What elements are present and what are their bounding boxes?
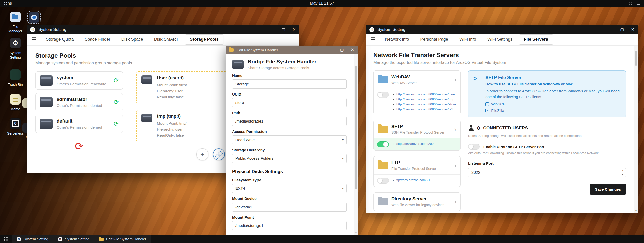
webdav-link[interactable]: http://dev.arozos.com:8080/webdav/ls1 [396, 107, 453, 111]
mount-name: tmp (tmp:/) [157, 114, 187, 119]
window-titlebar[interactable]: ⚙ System Setting – ▢ ✕ [27, 25, 299, 34]
taskbar-item-edit-fs-handler[interactable]: Edit File System Handler [94, 235, 151, 243]
tab-disk-space[interactable]: Disk Space [117, 35, 148, 44]
listening-port-input[interactable] [468, 168, 626, 177]
scroll-down-icon[interactable]: ▼ [634, 209, 638, 213]
scroll-up-icon[interactable]: ▲ [634, 46, 638, 50]
tab-wifi-info[interactable]: WiFi Info [455, 35, 481, 44]
ftp-link[interactable]: ftp://dev.arozos.com:21 [396, 178, 430, 182]
chevron-right-icon[interactable]: › [454, 77, 456, 83]
mount-point: Mount Point: tmp/ [157, 120, 187, 126]
scrollbar-thumb[interactable] [355, 66, 357, 189]
minimize-button[interactable]: – [611, 28, 613, 32]
taskbar-item-system-setting-1[interactable]: ⚙ System Setting [12, 235, 53, 243]
window-title: Edit File System Handler [237, 48, 278, 52]
tab-wifi-settings[interactable]: WiFi Settings [483, 35, 517, 44]
server-card-header[interactable]: FTP File Transfer Protocol Server › [374, 156, 460, 174]
scrollbar[interactable]: ▼ [354, 54, 358, 235]
tab-storage-pools[interactable]: Storage Pools [185, 34, 223, 45]
grid-icon [4, 237, 8, 241]
winscp-link[interactable]: ↗ WinSCP [485, 102, 621, 106]
maximize-button[interactable]: ▢ [340, 48, 344, 52]
storage-hierarchy-select[interactable]: Public Access Folders ▾ [232, 154, 347, 163]
filezilla-link[interactable]: ↗ FileZilla [485, 108, 621, 113]
app-launcher-button[interactable] [0, 235, 12, 243]
sftp-link[interactable]: sftp://dev.arozos.com:2022 [396, 142, 435, 146]
webdav-link[interactable]: http://dev.arozos.com:8080/webdav/store [396, 102, 456, 106]
upnp-toggle[interactable] [468, 144, 480, 150]
desktop-icon-arozos[interactable] [24, 12, 44, 23]
minimize-button[interactable]: – [272, 28, 275, 32]
name-input[interactable] [232, 79, 347, 89]
link-icon [214, 150, 223, 159]
bullet-icon: ▸ [393, 103, 394, 106]
divider [130, 71, 130, 160]
ftp-toggle[interactable] [377, 178, 389, 184]
minimize-button[interactable]: – [331, 48, 333, 52]
window-edit-fs-handler: Edit File System Handler – ▢ ✕ Bridge Fi… [226, 46, 358, 235]
pool-card-administrator[interactable]: administrator Other's Permission: denied… [35, 93, 123, 111]
sync-icon[interactable]: ⟳ [114, 99, 119, 106]
server-card-header[interactable]: WebDAV WebDAV Server › [374, 71, 460, 89]
tab-storage-quota[interactable]: Storage Quota [41, 35, 78, 44]
page-subtitle: Manage the exported file server interfac… [373, 60, 626, 65]
sync-icon[interactable]: ⟳ [114, 120, 119, 127]
stepper-up-icon[interactable]: ▲ [620, 168, 625, 173]
taskbar-item-system-setting-2[interactable]: ⚙ System Setting [53, 235, 94, 243]
maximize-button[interactable]: ▢ [281, 28, 285, 32]
menu-icon[interactable]: ☰ [32, 36, 36, 43]
save-changes-button[interactable]: Save Changes [590, 184, 626, 195]
filesystem-type-select[interactable]: EXT4 ▾ [232, 184, 347, 193]
sync-icon[interactable]: ⟳ [114, 77, 119, 84]
mount-point-input[interactable] [232, 221, 347, 230]
pool-card-system[interactable]: system Other's Permission: readwrite ⟳ [35, 71, 123, 90]
webdav-link[interactable]: http://dev.arozos.com:8080/webdav/user [396, 92, 455, 96]
maximize-button[interactable]: ▢ [620, 28, 624, 32]
tab-personal-page[interactable]: Personal Page [415, 35, 453, 44]
sftp-toggle[interactable] [377, 141, 389, 147]
server-card-header[interactable]: SFTP SSH File Transfer Protocol Server › [374, 120, 460, 138]
add-mount-button[interactable]: + [196, 148, 208, 160]
mount-device-input[interactable] [232, 202, 347, 212]
scrollbar-thumb[interactable] [635, 51, 637, 66]
close-button[interactable]: ✕ [293, 28, 296, 32]
section-heading: Physical Disks Settings [232, 169, 347, 174]
close-button[interactable]: ✕ [631, 28, 634, 32]
bullet-icon: ▸ [393, 142, 394, 145]
chevron-right-icon[interactable]: › [454, 163, 456, 169]
webdav-toggle[interactable] [377, 92, 389, 98]
access-permission-select[interactable]: Read Write ▾ [232, 135, 347, 144]
window-titlebar[interactable]: Edit File System Handler – ▢ ✕ [226, 46, 358, 54]
tab-space-finder[interactable]: Space Finder [80, 35, 115, 44]
path-input[interactable] [232, 117, 347, 126]
server-card-header[interactable]: Directory Server Web file viewer for leg… [374, 193, 460, 211]
chevron-right-icon[interactable]: › [454, 199, 456, 205]
desktop-icon-system-setting[interactable]: ⚙ System Setting [6, 38, 25, 60]
tab-file-servers[interactable]: File Servers [519, 34, 553, 45]
webdav-link[interactable]: http://dev.arozos.com:8080/webdav/tmp [396, 97, 454, 101]
link-mount-button[interactable] [213, 148, 225, 160]
form-title: Bridge File System Handler [248, 59, 316, 65]
server-desc: WebDAV Server [391, 81, 417, 85]
scrollbar[interactable]: ▲ ▼ [634, 46, 638, 213]
tab-disk-smart[interactable]: Disk SMART [150, 35, 183, 44]
tab-network-info[interactable]: Network Info [380, 35, 413, 44]
chevron-right-icon[interactable]: › [454, 126, 456, 132]
uuid-input[interactable] [232, 98, 347, 107]
window-titlebar[interactable]: ⚙ System Setting – ▢ ✕ [366, 25, 638, 34]
pool-list: system Other's Permission: readwrite ⟳ a… [35, 71, 123, 160]
window-system-setting-network: ⚙ System Setting – ▢ ✕ ☰ Network Info Pe… [366, 25, 638, 213]
stepper-down-icon[interactable]: ▼ [620, 173, 625, 177]
disk-icon [40, 97, 53, 107]
refresh-pools-button[interactable]: ⟳ [72, 139, 86, 153]
desktop-icon-trash-bin[interactable]: Trash Bin [6, 69, 25, 87]
menu-icon[interactable]: ☰ [371, 36, 375, 43]
external-link-icon: ↗ [485, 109, 489, 112]
topbar-menu[interactable]: ccns [4, 1, 12, 6]
scroll-down-icon[interactable]: ▼ [354, 231, 358, 235]
topbar-menu-icon[interactable]: ☰ [636, 1, 640, 6]
close-button[interactable]: ✕ [351, 48, 354, 52]
pool-card-default[interactable]: default Other's Permission: denied ⟳ [35, 115, 123, 133]
gear-icon: ⚙ [369, 27, 374, 32]
desktop-icon-file-manager[interactable]: File Manager [6, 12, 25, 33]
